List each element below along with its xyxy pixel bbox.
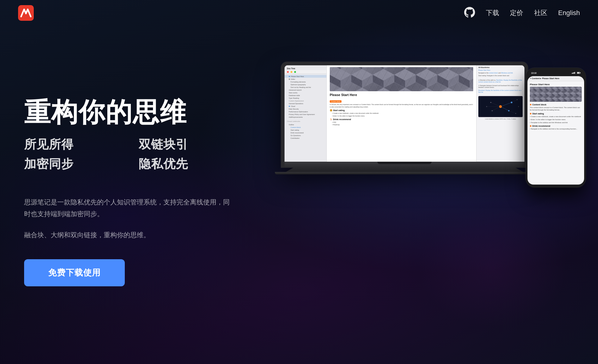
mock-list-item-1: • Create a new notebook, create a new do…	[330, 112, 473, 114]
phone-status-icons	[572, 72, 581, 74]
mock-list-item-2: • Enter / in the editor to trigger the f…	[330, 115, 473, 117]
laptop-stand	[281, 168, 528, 172]
mock-start-eating-title: 🍔 Start eating	[330, 109, 473, 112]
tree-item-database: Database table	[285, 94, 326, 97]
phone-hero-image	[530, 87, 582, 102]
tree-item-perf: Performance Optimization	[285, 110, 326, 113]
phone-start-eating-item-1: • Create a new notebook, create a new do…	[530, 115, 582, 118]
logo[interactable]	[18, 5, 34, 21]
laptop-foot	[275, 172, 534, 174]
hero-feature-3: 加密同步	[24, 156, 121, 172]
phone-start-eating-item-3: • Template to the sidebar and link Windo…	[530, 121, 582, 124]
hero-desc-2: 融合块、大纲和双向链接，重构你的思维。	[24, 229, 235, 241]
traffic-red	[287, 71, 289, 73]
backlink-direction-title: ① Direction of the edit in ▸ Backlinks: …	[478, 79, 523, 83]
tree-dot-2	[289, 79, 290, 80]
mock-list-item-4: • Roadmap	[330, 124, 473, 126]
tree-item-custom: Custom Appearance	[285, 99, 326, 102]
traffic-yellow	[291, 71, 292, 73]
backlink-item-1: Please Start Here	[478, 69, 523, 71]
nav-links: 下载 定价 社区 English	[464, 7, 580, 19]
tree-item-outline: Outline	[285, 123, 326, 126]
tree-item-contribution: Contribution	[285, 137, 326, 139]
phone-content: Please Start Here	[527, 81, 584, 133]
tree-item-privacy: Privacy Policy and User Agreement	[285, 113, 326, 116]
mock-drink-title: 🍹 Drink recommend	[330, 118, 473, 121]
graph-visualization	[478, 96, 523, 117]
svg-point-20	[517, 99, 518, 100]
tree-item-heading: Sort out by Heading and list	[285, 86, 326, 89]
svg-rect-23	[572, 73, 572, 74]
phone-section-dot-1	[530, 104, 531, 105]
phone-start-eating-header: Start eating	[530, 113, 582, 115]
signal-icon	[572, 72, 576, 74]
phone-section-dot-3	[530, 125, 531, 127]
svg-point-15	[511, 101, 512, 103]
doc-tree-panel: Doc Tree Please Start Here	[285, 65, 327, 162]
phone-drink-text: • Navigate to the sidebar and link to th…	[530, 128, 582, 130]
svg-rect-28	[580, 73, 581, 73]
tree-item-start-eating: Start eating	[285, 129, 326, 131]
phone-content-block-header: Content block	[530, 104, 582, 106]
main-content: 重构你的思维 所见所得 双链块引 加密同步 隐私优先 思源笔记是一款隐私优先的个…	[0, 26, 598, 364]
backlink-item-3: Start eating: Navigate in the content bl…	[478, 75, 523, 77]
svg-point-18	[492, 110, 493, 111]
download-button[interactable]: 免费下载使用	[24, 259, 125, 286]
phone-body: 13:10	[526, 68, 586, 188]
svg-point-21	[515, 113, 516, 114]
tree-item-format: Formatting elements	[285, 80, 326, 83]
laptop-screen: Doc Tree Please Start Here	[285, 65, 524, 162]
nav-community[interactable]: 社区	[534, 8, 547, 17]
phone-screen: ≡ Content ▸ Please Start Here Please Sta…	[527, 76, 584, 185]
tree-item-qa: Go Questions	[285, 134, 326, 137]
hero-description: 思源笔记是一款隐私优先的个人知识管理系统，支持完全离线使用，同时也支持端到端加密…	[24, 196, 235, 241]
tree-item-stars: Stars works	[285, 91, 326, 94]
navbar: 下载 定价 社区 English	[0, 0, 598, 26]
tree-item-changelog: Add/Improvements	[285, 116, 326, 118]
nav-download[interactable]: 下载	[486, 8, 499, 17]
nav-pricing[interactable]: 定价	[510, 8, 523, 17]
app-screenshot: Doc Tree Please Start Here	[285, 65, 524, 162]
phone-breadcrumb: ≡ Content ▸	[530, 77, 541, 79]
hero-feature-1: 所见所得	[24, 136, 121, 153]
phone-drink-title: Drink recommend	[532, 125, 550, 127]
mock-content-block-text: In SiYuan, the very important core conce…	[330, 104, 473, 108]
laptop-body: Doc Tree Please Start Here	[281, 62, 528, 168]
tree-item-editor: Editor	[285, 78, 326, 80]
backlink-item-5: Resolved: Display the backlinks of the c…	[478, 89, 523, 93]
backlinks-panel: All Backlinks Please Start Here Navigate…	[476, 65, 524, 162]
phone-drink-header: Drink recommend	[530, 125, 582, 127]
mock-content-block-badge: Content block	[330, 100, 341, 103]
svg-point-16	[508, 110, 510, 111]
tree-item-advanced: Advanced search	[285, 89, 326, 91]
phone-start-eating-title: Start eating	[532, 113, 544, 115]
phone-content-block-title: Content block	[532, 104, 546, 106]
nav-language[interactable]: English	[558, 9, 580, 17]
tree-item-cloud: Cloud	[285, 105, 326, 107]
hero-feature-4: 隐私优先	[139, 156, 235, 172]
svg-rect-26	[574, 72, 575, 74]
phone-mockup: 13:10	[526, 68, 586, 188]
github-link[interactable]	[464, 7, 475, 19]
phone-title: Please Start Here	[530, 83, 582, 86]
graph-label: Local relations contains 92/92 sets, 3 l…	[478, 118, 523, 120]
tree-dot	[289, 76, 290, 77]
svg-point-17	[490, 102, 492, 103]
backlink-item-4: ② Navigate between forward and backward …	[478, 85, 523, 88]
mock-list-item-3: • FAQ	[330, 121, 473, 123]
phone-section-dot-2	[530, 113, 531, 114]
hero-desc-1: 思源笔记是一款隐私优先的个人知识管理系统，支持完全离线使用，同时也支持端到端加密…	[24, 196, 235, 220]
tree-item-datasec: Data Security	[285, 107, 326, 110]
svg-point-14	[499, 105, 502, 108]
traffic-green	[294, 71, 296, 73]
svg-point-22	[518, 106, 519, 107]
hero-features: 所见所得 双链块引 加密同步 隐私优先	[24, 136, 235, 172]
doc-hero-image	[330, 67, 473, 91]
phone-start-eating-item-2: • Enter / in the editor to trigger the f…	[530, 118, 582, 121]
hero-left: 重构你的思维 所见所得 双链块引 加密同步 隐私优先 思源笔记是一款隐私优先的个…	[24, 44, 235, 286]
phone-status-bar: 13:10	[527, 71, 584, 75]
svg-rect-24	[573, 73, 573, 74]
tree-item-type: Type Heading	[285, 97, 326, 99]
tree-item-typo: Optimize typography	[285, 83, 326, 86]
device-mockups: Doc Tree Please Start Here	[235, 44, 574, 174]
